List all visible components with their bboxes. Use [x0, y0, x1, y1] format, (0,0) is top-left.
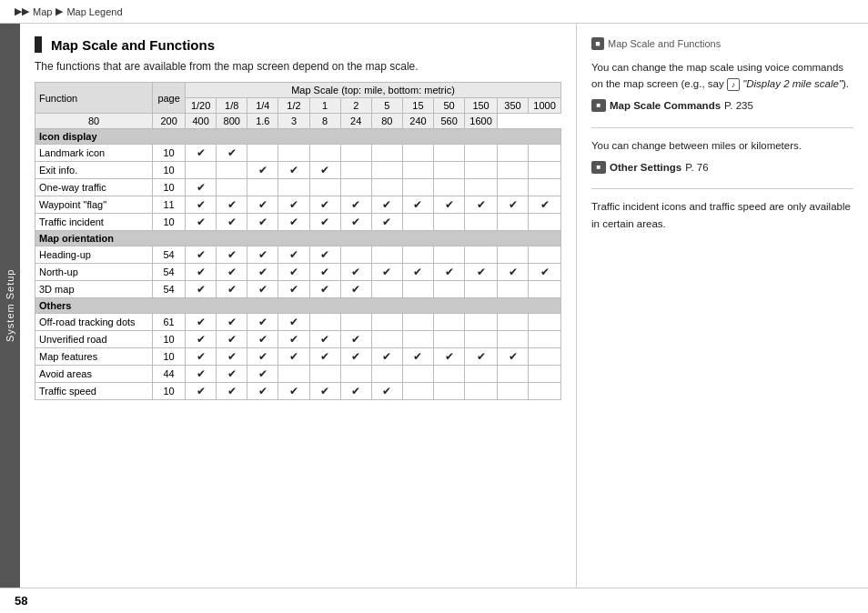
- checkmark-icon: ✔: [197, 266, 206, 278]
- checkmark-icon: ✔: [351, 333, 360, 346]
- checkmark-icon: ✔: [413, 350, 422, 363]
- checkmark-icon: ✔: [227, 146, 237, 159]
- breadcrumb-arrows: ▶▶: [15, 5, 29, 17]
- table-row: One-way traffic10✔: [35, 179, 561, 196]
- voice-icon: ♪: [727, 78, 740, 91]
- checkmark-icon: ✔: [258, 266, 267, 278]
- checkmark-icon: ✔: [197, 181, 206, 194]
- checkmark-icon: ✔: [445, 350, 454, 363]
- checkmark-icon: ✔: [445, 266, 454, 278]
- breadcrumb-item-map: Map: [33, 6, 52, 17]
- checkmark-icon: ✔: [289, 164, 298, 176]
- checkmark-icon: ✔: [289, 333, 298, 346]
- checkmark-icon: ✔: [351, 385, 360, 397]
- table-row: Avoid areas44✔✔✔: [35, 366, 561, 383]
- checkmark-icon: ✔: [227, 216, 237, 228]
- checkmark-icon: ✔: [197, 350, 206, 363]
- checkmark-icon: ✔: [258, 283, 267, 296]
- checkmark-icon: ✔: [258, 333, 267, 346]
- checkmark-icon: ✔: [227, 248, 237, 261]
- sidebar-block-1: You can change the map scale using voice…: [591, 59, 853, 115]
- table-row: Off-road tracking dots61✔✔✔✔: [35, 314, 561, 331]
- checkmark-icon: ✔: [289, 198, 298, 211]
- link-icon-2: ■: [591, 161, 606, 174]
- checkmark-icon: ✔: [382, 385, 391, 397]
- sidebar-block-2: You can change between miles or kilomete…: [591, 137, 853, 176]
- table-row: Map features10✔✔✔✔✔✔✔✔✔✔✔: [35, 348, 561, 366]
- checkmark-icon: ✔: [289, 266, 298, 278]
- table-row: Exit info.10✔✔✔: [35, 162, 561, 179]
- checkmark-icon: ✔: [289, 283, 298, 296]
- checkmark-icon: ✔: [320, 350, 329, 363]
- table-row: Traffic speed10✔✔✔✔✔✔✔: [35, 383, 561, 400]
- checkmark-icon: ✔: [320, 385, 329, 397]
- checkmark-icon: ✔: [320, 333, 329, 346]
- checkmark-icon: ✔: [509, 266, 518, 278]
- sidebar-tab: System Setup: [0, 24, 20, 588]
- checkmark-icon: ✔: [320, 266, 329, 278]
- col-page: page: [153, 83, 186, 114]
- checkmark-icon: ✔: [413, 198, 422, 211]
- checkmark-icon: ✔: [197, 248, 206, 261]
- checkmark-icon: ✔: [197, 385, 206, 397]
- checkmark-icon: ✔: [197, 283, 206, 296]
- checkmark-icon: ✔: [258, 164, 267, 176]
- checkmark-icon: ✔: [445, 198, 454, 211]
- scale-table: Function page Map Scale (top: mile, bott…: [35, 82, 561, 400]
- header-scale-title: Map Scale (top: mile, bottom: metric): [186, 83, 561, 98]
- other-settings-link[interactable]: ■ Other Settings P. 76: [591, 159, 853, 176]
- breadcrumb-separator: ▶: [56, 5, 63, 17]
- title-bar-icon: [35, 36, 42, 53]
- checkmark-icon: ✔: [509, 198, 518, 211]
- checkmark-icon: ✔: [320, 198, 329, 211]
- checkmark-icon: ✔: [289, 385, 298, 397]
- checkmark-icon: ✔: [477, 198, 486, 211]
- checkmark-icon: ✔: [351, 266, 360, 278]
- checkmark-icon: ✔: [197, 198, 206, 211]
- table-row: Landmark icon10✔✔: [35, 145, 561, 162]
- checkmark-icon: ✔: [258, 367, 267, 380]
- table-row: Traffic incident10✔✔✔✔✔✔✔: [35, 214, 561, 231]
- right-sidebar-header: ■ Map Scale and Functions: [591, 36, 853, 52]
- map-scale-commands-link[interactable]: ■ Map Scale Commands P. 235: [591, 97, 853, 114]
- section-title: Map Scale and Functions: [35, 36, 561, 53]
- checkmark-icon: ✔: [197, 216, 206, 228]
- category-row: Map orientation: [35, 231, 561, 246]
- checkmark-icon: ✔: [258, 216, 267, 228]
- checkmark-icon: ✔: [227, 316, 237, 328]
- checkmark-icon: ✔: [382, 198, 391, 211]
- checkmark-icon: ✔: [227, 198, 237, 211]
- table-row: 3D map54✔✔✔✔✔✔: [35, 281, 561, 298]
- checkmark-icon: ✔: [258, 248, 267, 261]
- checkmark-icon: ✔: [289, 350, 298, 363]
- intro-text: The functions that are available from th…: [35, 60, 561, 73]
- table-row: Waypoint "flag"11✔✔✔✔✔✔✔✔✔✔✔✔: [35, 196, 561, 214]
- right-sidebar: ■ Map Scale and Functions You can change…: [577, 24, 868, 588]
- right-sidebar-icon: ■: [591, 37, 604, 50]
- category-row: Others: [35, 298, 561, 314]
- checkmark-icon: ✔: [477, 350, 486, 363]
- checkmark-icon: ✔: [540, 198, 550, 211]
- checkmark-icon: ✔: [289, 248, 298, 261]
- breadcrumb-item-legend: Map Legend: [66, 6, 122, 17]
- checkmark-icon: ✔: [320, 216, 329, 228]
- link-icon-1: ■: [591, 99, 606, 112]
- page-number: 58: [0, 588, 868, 613]
- sidebar-block-3: Traffic incident icons and traffic speed…: [591, 198, 853, 232]
- col-function: Function: [35, 83, 153, 114]
- checkmark-icon: ✔: [382, 266, 391, 278]
- checkmark-icon: ✔: [413, 266, 422, 278]
- checkmark-icon: ✔: [509, 350, 518, 363]
- checkmark-icon: ✔: [477, 266, 486, 278]
- checkmark-icon: ✔: [258, 350, 267, 363]
- checkmark-icon: ✔: [227, 266, 237, 278]
- checkmark-icon: ✔: [351, 350, 360, 363]
- checkmark-icon: ✔: [320, 248, 329, 261]
- checkmark-icon: ✔: [320, 164, 329, 176]
- checkmark-icon: ✔: [197, 316, 206, 328]
- divider-1: [591, 127, 853, 128]
- checkmark-icon: ✔: [351, 283, 360, 296]
- checkmark-icon: ✔: [227, 385, 237, 397]
- checkmark-icon: ✔: [320, 283, 329, 296]
- checkmark-icon: ✔: [351, 216, 360, 228]
